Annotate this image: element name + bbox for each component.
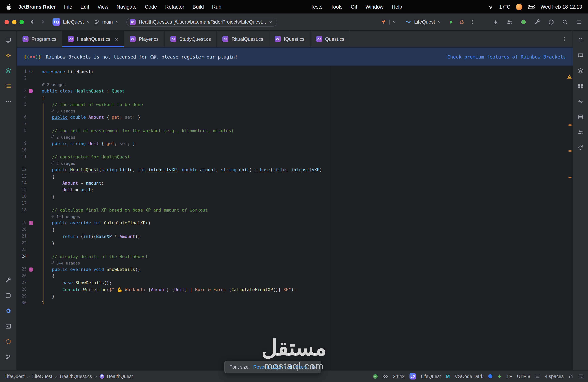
code-line[interactable]: 22 } bbox=[17, 240, 567, 247]
forward-icon[interactable] bbox=[40, 19, 45, 24]
tabs-overflow-button[interactable] bbox=[556, 31, 573, 47]
layout-toggle-icon[interactable] bbox=[578, 374, 583, 379]
structure-tool-button[interactable] bbox=[3, 80, 14, 92]
menu-tools[interactable]: Tools bbox=[331, 4, 342, 10]
code-line[interactable]: 8 // the unit of measurement for the wor… bbox=[17, 128, 567, 134]
menu-git[interactable]: Git bbox=[351, 4, 357, 10]
theme-name[interactable]: VSCode Dark bbox=[455, 374, 483, 379]
code-line[interactable]: 29 } bbox=[17, 293, 567, 300]
settings-tool-button[interactable] bbox=[3, 305, 14, 316]
breadcrumb-item[interactable]: HealthQuest bbox=[107, 374, 133, 379]
run-button[interactable] bbox=[449, 19, 454, 25]
menu-run[interactable]: Run bbox=[212, 4, 221, 10]
line-number[interactable]: 14 bbox=[17, 180, 27, 187]
code-area[interactable]: 1{}namespace LifeQuest;22 usages3public … bbox=[17, 68, 567, 306]
menu-window[interactable]: Window bbox=[365, 4, 383, 10]
build-tools-icon[interactable] bbox=[534, 19, 540, 25]
menu-navigate[interactable]: Navigate bbox=[117, 4, 137, 10]
project-view-tool-button[interactable] bbox=[3, 35, 14, 46]
editor[interactable]: 1{}namespace LifeQuest;22 usages3public … bbox=[17, 66, 573, 370]
code-line[interactable]: 28 Console.WriteLine($" 💪 Workout: {Amou… bbox=[17, 286, 567, 293]
code-line[interactable]: 14 Amount = amount; bbox=[17, 180, 567, 187]
usage-hint-row[interactable]: 0+4 usages bbox=[17, 260, 567, 266]
banner-link[interactable]: Check premium features of Rainbow Bracke… bbox=[447, 54, 566, 59]
inspections-ok-icon[interactable] bbox=[373, 374, 378, 379]
minimize-window-button[interactable] bbox=[12, 19, 17, 24]
line-number[interactable]: 8 bbox=[17, 128, 27, 134]
tab-program-cs[interactable]: C#Program.cs bbox=[17, 31, 63, 47]
line-number[interactable]: 19 bbox=[17, 220, 27, 226]
code-line[interactable]: 30} bbox=[17, 300, 567, 306]
line-number[interactable]: 21 bbox=[17, 233, 27, 240]
menu-file[interactable]: File bbox=[64, 4, 72, 10]
tab-iquest-cs[interactable]: C#IQuest.cs bbox=[269, 31, 310, 47]
usage-hint-row[interactable]: 1+1 usages bbox=[17, 213, 567, 220]
usage-hint-row[interactable]: 3 usages bbox=[17, 108, 567, 114]
file-encoding[interactable]: UTF-8 bbox=[517, 374, 530, 379]
services-tool-button[interactable] bbox=[3, 290, 14, 301]
tab-quest-cs[interactable]: C#Quest.cs bbox=[310, 31, 350, 47]
font-settings-gear-icon[interactable] bbox=[311, 364, 316, 369]
code-line[interactable]: 18 // calculate final XP based on base X… bbox=[17, 207, 567, 213]
line-number[interactable]: 5 bbox=[17, 101, 27, 108]
breadcrumb-item[interactable]: HealthQuest.cs bbox=[60, 374, 92, 379]
line-number[interactable]: 28 bbox=[17, 286, 27, 293]
stripe-mark[interactable] bbox=[568, 124, 572, 126]
usages-text[interactable]: 2 usages bbox=[56, 135, 75, 139]
line-number[interactable]: 26 bbox=[17, 273, 27, 280]
breadcrumb-item[interactable]: LifeQuest bbox=[32, 374, 52, 379]
code-line[interactable]: 19↑ public override int CalculateFinalXP… bbox=[17, 220, 567, 226]
line-number[interactable]: 25 bbox=[17, 266, 27, 273]
version-control-tool-button[interactable] bbox=[3, 351, 14, 363]
menubar-clock[interactable]: Wed Feb 18 12:13 bbox=[540, 4, 582, 10]
tab-player-cs[interactable]: C#Player.cs bbox=[124, 31, 165, 47]
line-number[interactable]: 13 bbox=[17, 173, 27, 180]
inheritors-gutter-icon[interactable] bbox=[27, 88, 35, 95]
code-line[interactable]: 3public class HealthQuest : Quest bbox=[17, 88, 567, 95]
line-number[interactable]: 27 bbox=[17, 280, 27, 286]
line-number[interactable]: 24 bbox=[17, 253, 27, 260]
line-number[interactable]: 6 bbox=[17, 114, 27, 121]
code-line[interactable]: 1{}namespace LifeQuest; bbox=[17, 68, 567, 75]
usages-text[interactable]: 2 usages bbox=[56, 161, 75, 166]
namespace-body-gutter-icon[interactable]: {} bbox=[27, 68, 35, 75]
database-tool-button[interactable] bbox=[575, 111, 586, 122]
code-line[interactable]: 16 } bbox=[17, 193, 567, 200]
screen-share-indicator-icon[interactable] bbox=[521, 19, 526, 25]
search-everywhere-icon[interactable] bbox=[562, 19, 568, 25]
branch-widget[interactable]: main bbox=[92, 18, 121, 26]
apple-menu-icon[interactable] bbox=[6, 4, 12, 10]
profiler-icon[interactable] bbox=[548, 19, 554, 25]
reset-font-size-link[interactable]: Reset to 12pt in all editors bbox=[253, 364, 307, 369]
zoom-window-button[interactable] bbox=[20, 19, 24, 24]
caret-position[interactable]: 24:42 bbox=[393, 374, 405, 379]
line-number[interactable]: 17 bbox=[17, 200, 27, 207]
tab-healthquest-cs[interactable]: C#HealthQuest.cs× bbox=[63, 31, 124, 47]
back-icon[interactable] bbox=[30, 19, 35, 24]
highlighting-level-icon[interactable] bbox=[383, 374, 388, 379]
line-number[interactable]: 20 bbox=[17, 226, 27, 233]
code-line[interactable]: 20 { bbox=[17, 226, 567, 233]
weather-fan-icon[interactable] bbox=[488, 4, 493, 10]
statusbar-run-config[interactable]: LifeQuest bbox=[421, 374, 441, 379]
line-number[interactable]: 4 bbox=[17, 95, 27, 101]
accent-color-dot[interactable] bbox=[488, 374, 492, 378]
close-window-button[interactable] bbox=[5, 19, 9, 24]
line-number[interactable]: 11 bbox=[17, 154, 27, 160]
usage-hint-row[interactable]: 2 usages bbox=[17, 134, 567, 140]
menu-refactor[interactable]: Refactor bbox=[165, 4, 184, 10]
stripe-mark[interactable] bbox=[568, 177, 572, 178]
code-line[interactable]: 24 // display details of the HealthQuest bbox=[17, 253, 567, 260]
line-number[interactable]: 29 bbox=[17, 293, 27, 300]
line-number[interactable]: 2 bbox=[17, 75, 27, 82]
code-line[interactable]: 23 bbox=[17, 247, 567, 253]
breadcrumb-item[interactable]: LifeQuest bbox=[5, 374, 25, 379]
plugins-tool-button[interactable] bbox=[575, 80, 586, 92]
stripe-mark[interactable] bbox=[568, 150, 572, 152]
profiler-tool-button[interactable] bbox=[575, 96, 586, 107]
debug-button[interactable] bbox=[459, 19, 465, 25]
line-number[interactable]: 1 bbox=[17, 68, 27, 75]
line-separator[interactable]: LF bbox=[507, 374, 512, 379]
usage-hint-row[interactable]: 2 usages bbox=[17, 160, 567, 166]
project-widget[interactable]: LQ LifeQuest bbox=[50, 17, 92, 27]
